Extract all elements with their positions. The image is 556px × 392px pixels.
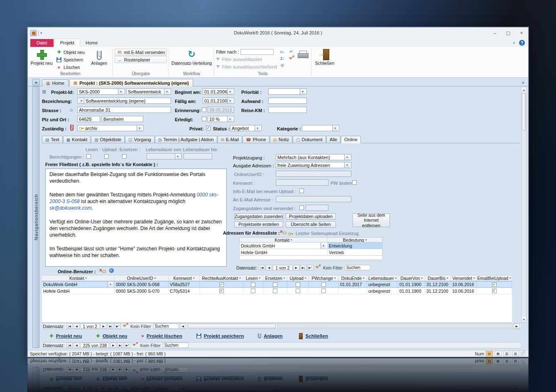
last-record-button[interactable]: ▶| bbox=[117, 343, 123, 348]
design-view-button[interactable]: ▨ bbox=[512, 351, 519, 356]
tab-objektliste[interactable]: ▥Objektliste bbox=[91, 136, 125, 143]
berechtigung-ersetzen-checkbox[interactable] bbox=[122, 154, 127, 159]
table-row[interactable]: Hofele GmbH 0000 SKS-2000 S-070 C70y5314… bbox=[42, 288, 512, 294]
address-bedeutung-cell[interactable]: Entwicklung bbox=[328, 243, 382, 249]
lebensdauer-cell[interactable]: unbegrenzt bbox=[367, 288, 398, 294]
column-header-bedeutung[interactable]: Bedeutung bbox=[328, 238, 382, 242]
ausgabe-adressen-combo[interactable]: freie Zuweisung Adressen▾ bbox=[276, 162, 351, 168]
app-icon[interactable] bbox=[30, 30, 37, 36]
aufwand-field[interactable] bbox=[268, 98, 307, 104]
projektzugang-combo[interactable]: Mehrfach (aus Kontakten)▾ bbox=[276, 154, 351, 160]
lebensdauer-cell[interactable]: unbegrenzt bbox=[367, 282, 398, 287]
column-header-kennwort[interactable]: Kennwort bbox=[169, 275, 200, 281]
onlineuserid-cell[interactable]: 0000 SKS-2000 S-070 bbox=[115, 288, 169, 294]
erinnerung-checkbox[interactable] bbox=[202, 108, 206, 112]
search-input[interactable] bbox=[153, 323, 179, 329]
form-view-button[interactable]: ▤ bbox=[486, 351, 493, 356]
datasheet-view-button[interactable]: ▦ bbox=[495, 351, 502, 356]
beginnt-am-field[interactable]: 01.01.2006▾ bbox=[203, 88, 234, 95]
tab-notiz[interactable]: ▤Notiz bbox=[270, 136, 293, 143]
column-header-dauervon[interactable]: DauerVon bbox=[398, 275, 425, 281]
tab-online[interactable]: Online bbox=[341, 136, 361, 143]
previous-record-button[interactable]: ◀ bbox=[73, 343, 80, 348]
next-record-button[interactable]: ▶ bbox=[293, 265, 299, 270]
maximize-button[interactable]: ▢ bbox=[502, 28, 515, 38]
tab-termin-aufgabe-aktion[interactable]: ◷Termin | Aufgabe | Aktion bbox=[155, 136, 217, 143]
column-header-lesen[interactable]: Lesen bbox=[243, 275, 263, 281]
hscroll-thumb[interactable] bbox=[188, 324, 276, 328]
privat-checkbox[interactable]: ✓ bbox=[206, 126, 211, 130]
no-filter-icon[interactable] bbox=[315, 265, 320, 270]
onlineuserid-field[interactable] bbox=[276, 171, 351, 177]
uebersicht-seiten-button[interactable]: Übersicht alle Seiten bbox=[286, 221, 336, 228]
checkbox[interactable] bbox=[273, 289, 277, 293]
checkbox[interactable]: ✓ bbox=[219, 289, 224, 293]
kennwort-field[interactable] bbox=[276, 179, 328, 186]
reise-km-field[interactable] bbox=[268, 107, 307, 113]
resize-grip[interactable] bbox=[521, 351, 526, 356]
projekt-loeschen-link[interactable]: ×Projekt löschen bbox=[141, 333, 182, 338]
schliessen-link[interactable]: Schließen bbox=[297, 333, 328, 339]
faellig-am-field[interactable]: 01.01.2100▾ bbox=[203, 98, 234, 104]
checkbox[interactable] bbox=[251, 282, 255, 287]
last-record-button[interactable]: ▶| bbox=[300, 265, 306, 270]
objekt-neu-link[interactable]: ✚Objekt neu bbox=[96, 333, 127, 339]
tab-phone[interactable]: ☎Phone bbox=[242, 136, 269, 143]
lebensdauer-von-combo[interactable]: ▾ bbox=[147, 153, 182, 159]
new-record-button[interactable]: ▶* bbox=[115, 323, 121, 329]
kontakt-cell[interactable]: Hofele GmbH bbox=[42, 288, 115, 294]
projekt-typ-combo[interactable]: Softwareentwick▾ bbox=[126, 88, 171, 95]
help-icon[interactable]: ? bbox=[519, 40, 525, 46]
zustaendig-combo[interactable]: archiv▾ bbox=[77, 125, 144, 131]
close-button[interactable]: × bbox=[515, 28, 528, 38]
search-button[interactable]: ◎ bbox=[278, 62, 287, 68]
first-record-button[interactable]: |◀ bbox=[66, 343, 73, 348]
strasse-field[interactable]: Ahornstraße 31 bbox=[77, 107, 171, 113]
bezeichnung-combo[interactable]: ▾Softwareentwicklung (eigene) bbox=[77, 98, 171, 104]
versendet-datum-field[interactable] bbox=[306, 205, 328, 211]
close-tab-button[interactable]: × bbox=[520, 80, 527, 85]
print-button[interactable] bbox=[296, 47, 309, 59]
objekt-neu-button[interactable]: ✚Objekt neu bbox=[54, 49, 86, 56]
erledigt-combo[interactable]: 10 %▾ bbox=[208, 116, 234, 122]
versendet-checkbox[interactable] bbox=[299, 206, 304, 210]
scroll-down-button[interactable]: ▼ bbox=[522, 317, 526, 322]
routenplaner-button[interactable]: →Routenplaner bbox=[115, 56, 167, 63]
column-header-lebensdauer[interactable]: Lebensdauer bbox=[367, 275, 398, 281]
filter-nach-input[interactable] bbox=[240, 49, 274, 55]
datensatz-verteilung-button[interactable]: ↻ Datensatz-Verteilung bbox=[171, 47, 212, 66]
previous-record-button[interactable]: ◀ bbox=[266, 265, 272, 270]
checkbox[interactable] bbox=[273, 282, 277, 287]
search-input[interactable] bbox=[345, 265, 370, 270]
hscroll-right-button[interactable]: ▶ bbox=[514, 323, 520, 329]
kontakt-cell[interactable]: DokuWork GmbH▾ bbox=[42, 282, 115, 287]
projektdaten-uploaden-button[interactable]: Projektdaten uploaden bbox=[286, 213, 336, 220]
last-record-button[interactable]: ▶| bbox=[108, 323, 114, 329]
address-kontakt-cell[interactable]: DokuWork GmbH▾ bbox=[240, 243, 328, 249]
tab-kontakt[interactable]: ▦Kontakt bbox=[63, 136, 91, 143]
filter-ausschliessend-button[interactable]: Filter auswahlausschließend bbox=[222, 64, 277, 69]
email-link[interactable]: sk@dokuwork.com bbox=[49, 205, 92, 211]
loeschen-button[interactable]: ×Löschen bbox=[54, 64, 86, 71]
dauervon-cell[interactable]: 01.01.1900 bbox=[398, 288, 425, 294]
column-header-rechteauskontakt[interactable]: RechteAusKontakt bbox=[200, 275, 243, 281]
qat-customize-arrow-icon[interactable]: ▾ bbox=[40, 31, 42, 35]
key-icon[interactable] bbox=[288, 231, 293, 236]
address-row[interactable]: Hofele GmbH Vertrieb bbox=[239, 249, 383, 256]
remove-address-icon[interactable] bbox=[280, 230, 287, 236]
anlagen-button[interactable]: Anlagen bbox=[88, 47, 111, 66]
table-row[interactable]: DokuWork GmbH▾ 0000 SKS-2000 S-058 V58a2… bbox=[42, 281, 512, 288]
minimize-button[interactable]: – bbox=[488, 28, 502, 38]
dauervon-cell[interactable]: 01.01.1900 bbox=[398, 282, 425, 287]
column-header-kontakt[interactable]: Kontakt bbox=[42, 275, 115, 281]
checkbox[interactable]: ✓ bbox=[492, 289, 497, 293]
filter-status[interactable]: Kein Filter bbox=[322, 265, 344, 270]
nav-pane-shutter-button[interactable]: » bbox=[32, 79, 40, 86]
tab-email[interactable]: ✉E-Mail bbox=[218, 136, 242, 143]
prioritaet-combo[interactable]: ▾ bbox=[268, 88, 307, 95]
sort-ascending-button[interactable]: A↓ bbox=[278, 49, 287, 55]
ribbon-tab-datei[interactable]: Datei bbox=[30, 39, 54, 47]
erinnerung-field[interactable]: 28.05.2015 bbox=[208, 107, 234, 113]
dokuende-cell[interactable] bbox=[339, 288, 367, 294]
kennwort-cell[interactable]: V58a2527 bbox=[169, 282, 200, 287]
